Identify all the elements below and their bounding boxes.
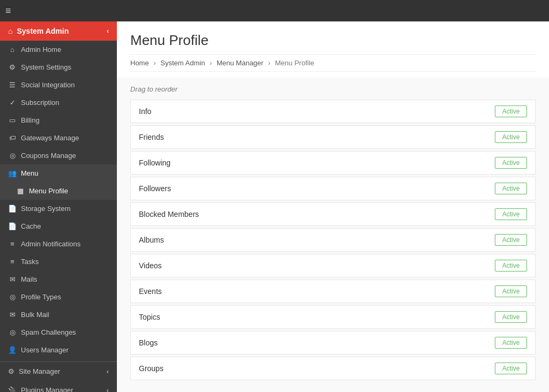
users-icon: 👤	[8, 346, 17, 354]
menu-item-name: Blocked Members	[139, 210, 495, 218]
mail-icon: ✉	[8, 275, 17, 283]
status-badge[interactable]: Active	[495, 105, 527, 117]
breadcrumb: Home › System Admin › Menu Manager › Men…	[130, 54, 536, 72]
sidebar-system-admin-label: System Admin	[17, 27, 69, 35]
breadcrumb-menu-manager[interactable]: Menu Manager	[217, 59, 263, 67]
sidebar-item-label: Menu	[21, 169, 39, 177]
plugins-chevron: ‹	[107, 386, 109, 392]
status-badge[interactable]: Active	[495, 311, 527, 323]
chevron-icon: ‹	[107, 27, 109, 35]
menu-item-row[interactable]: GroupsActive	[130, 357, 536, 380]
main-content: Menu Profile Home › System Admin › Menu …	[117, 21, 549, 392]
page-title: Menu Profile	[130, 32, 536, 49]
menu-item-row[interactable]: BlogsActive	[130, 331, 536, 355]
sidebar-item-label: Menu Profile	[29, 187, 68, 195]
sidebar-item-admin-notifications[interactable]: ≡ Admin Notifications	[0, 235, 117, 253]
menu-item-row[interactable]: FollowingActive	[130, 151, 536, 175]
sidebar-item-system-settings[interactable]: ⚙ System Settings	[0, 58, 117, 76]
sidebar-item-social-integration[interactable]: ☰ Social Integration	[0, 76, 117, 94]
sidebar-item-spam-challenges[interactable]: ◎ Spam Challenges	[0, 323, 117, 341]
menu-item-name: Groups	[139, 364, 495, 373]
storage-icon: 📄	[8, 205, 17, 213]
status-badge[interactable]: Active	[495, 131, 527, 143]
check-icon: ✓	[8, 99, 17, 107]
menu-items-list: InfoActiveFriendsActiveFollowingActiveFo…	[130, 100, 536, 380]
sidebar-item-bulk-mail[interactable]: ✉ Bulk Mail	[0, 306, 117, 323]
sidebar-item-label: Cache	[21, 222, 41, 230]
status-badge[interactable]: Active	[495, 234, 527, 246]
spam-icon: ◎	[8, 328, 17, 336]
menu-item-name: Videos	[139, 261, 495, 270]
coupon-icon: ◎	[8, 152, 17, 160]
status-badge[interactable]: Active	[495, 157, 527, 169]
sidebar-item-label: Tasks	[21, 258, 39, 266]
settings-icon: ⚙	[8, 63, 17, 71]
sidebar-item-mails[interactable]: ✉ Mails	[0, 270, 117, 288]
bulk-mail-icon: ✉	[8, 311, 17, 319]
page-body: Drag to reorder InfoActiveFriendsActiveF…	[117, 77, 549, 392]
menu-item-row[interactable]: VideosActive	[130, 254, 536, 277]
breadcrumb-home[interactable]: Home	[130, 59, 149, 67]
status-badge[interactable]: Active	[495, 208, 527, 220]
sidebar-item-subscription[interactable]: ✓ Subscription	[0, 94, 117, 111]
sidebar-item-label: System Settings	[21, 63, 71, 71]
menu-item-row[interactable]: FriendsActive	[130, 125, 536, 149]
menu-item-name: Events	[139, 287, 495, 296]
sidebar-bottom: ⚙ Site Manager ‹ 🔌 Plugins Manager ‹	[0, 361, 117, 392]
sidebar-item-label: Subscription	[21, 99, 60, 107]
sidebar-site-manager[interactable]: ⚙ Site Manager ‹	[0, 362, 117, 381]
sidebar-item-label: Spam Challenges	[21, 328, 76, 336]
site-manager-chevron: ‹	[107, 367, 109, 375]
menu-item-name: Albums	[139, 236, 495, 244]
status-badge[interactable]: Active	[495, 183, 527, 194]
sidebar-item-coupons-manage[interactable]: ◎ Coupons Manage	[0, 147, 117, 164]
sidebar-item-billing[interactable]: ▭ Billing	[0, 111, 117, 129]
cache-icon: 📄	[8, 222, 17, 230]
gateway-icon: 🏷	[8, 134, 17, 142]
sidebar-item-label: Billing	[21, 116, 40, 124]
sidebar-item-gateways-manage[interactable]: 🏷 Gateways Manage	[0, 129, 117, 147]
sidebar-item-label: Social Integration	[21, 81, 75, 89]
sidebar-item-label: Bulk Mail	[21, 311, 49, 319]
sidebar-item-label: Mails	[21, 275, 37, 283]
menu-item-row[interactable]: TopicsActive	[130, 305, 536, 329]
notifications-icon: ≡	[8, 240, 17, 248]
sidebar-item-label: Admin Notifications	[21, 240, 80, 248]
menu-item-row[interactable]: FollowersActive	[130, 177, 536, 200]
menu-item-row[interactable]: AlbumsActive	[130, 228, 536, 252]
sidebar-item-menu-profile[interactable]: ▦ Menu Profile	[0, 182, 117, 200]
tasks-icon: ≡	[8, 258, 17, 266]
plugins-icon: 🔌	[8, 386, 17, 392]
status-badge[interactable]: Active	[495, 337, 527, 349]
menu-item-row[interactable]: InfoActive	[130, 100, 536, 123]
sidebar-item-users-manager[interactable]: 👤 Users Manager	[0, 341, 117, 359]
hamburger-icon[interactable]: ≡	[5, 5, 11, 17]
sidebar-item-label: Profile Types	[21, 293, 61, 301]
sidebar-item-label: Storage System	[21, 205, 71, 213]
site-manager-icon: ⚙	[8, 367, 14, 375]
sidebar-item-cache[interactable]: 📄 Cache	[0, 217, 117, 235]
menu-item-name: Blogs	[139, 338, 495, 347]
breadcrumb-current: Menu Profile	[275, 59, 314, 67]
drag-hint: Drag to reorder	[130, 85, 536, 93]
menu-item-row[interactable]: EventsActive	[130, 280, 536, 303]
sidebar-item-admin-home[interactable]: ⌂ Admin Home	[0, 41, 117, 58]
sidebar-plugins-manager[interactable]: 🔌 Plugins Manager ‹	[0, 381, 117, 392]
breadcrumb-system-admin[interactable]: System Admin	[160, 59, 205, 67]
sidebar-system-admin-header[interactable]: ⌂ System Admin ‹	[0, 21, 117, 41]
menu-item-row[interactable]: Blocked MembersActive	[130, 202, 536, 226]
admin-home-icon: ⌂	[8, 46, 17, 54]
sidebar-item-tasks[interactable]: ≡ Tasks	[0, 253, 117, 270]
menu-item-name: Following	[139, 159, 495, 167]
status-badge[interactable]: Active	[495, 260, 527, 272]
status-badge[interactable]: Active	[495, 363, 527, 374]
sidebar-item-label: Site Manager	[19, 367, 60, 375]
status-badge[interactable]: Active	[495, 285, 527, 297]
sidebar-item-menu[interactable]: 👥 Menu	[0, 164, 117, 182]
sidebar: ⌂ System Admin ‹ ⌂ Admin Home ⚙ System S…	[0, 21, 117, 392]
sidebar-item-profile-types[interactable]: ◎ Profile Types	[0, 288, 117, 306]
sidebar-item-storage-system[interactable]: 📄 Storage System	[0, 200, 117, 217]
social-icon: ☰	[8, 81, 17, 89]
profile-types-icon: ◎	[8, 293, 17, 301]
menu-profile-icon: ▦	[16, 187, 25, 195]
